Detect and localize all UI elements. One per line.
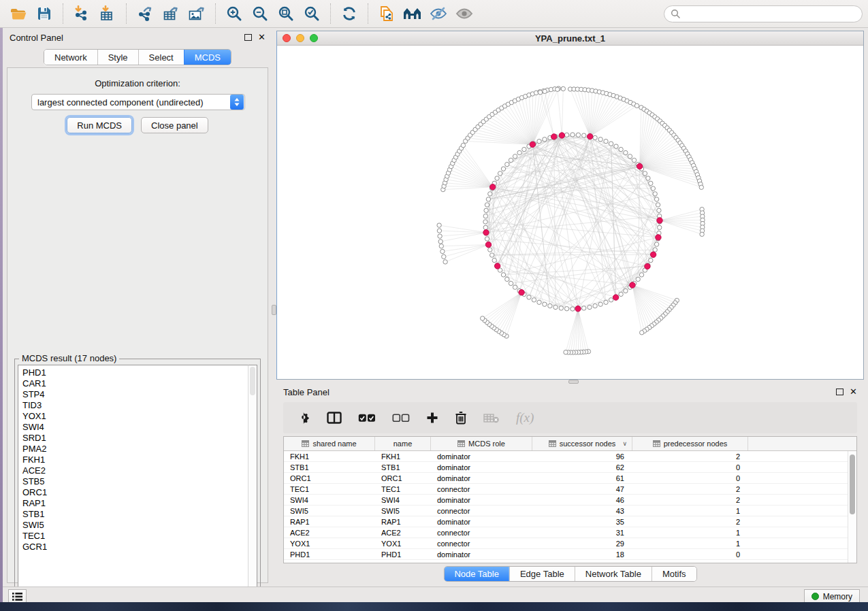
- network-node[interactable]: [509, 281, 513, 285]
- first-neighbors-button[interactable]: [400, 2, 425, 25]
- table-scrollbar[interactable]: [848, 451, 856, 563]
- mcds-result-item[interactable]: STB1: [22, 509, 248, 520]
- mcds-result-item[interactable]: RAP1: [22, 498, 248, 509]
- apply-layout-button[interactable]: [336, 2, 362, 25]
- tab-select[interactable]: Select: [138, 50, 184, 65]
- network-node[interactable]: [442, 254, 446, 259]
- network-node[interactable]: [495, 176, 499, 180]
- tab-mcds[interactable]: MCDS: [184, 50, 231, 65]
- mcds-hub-node[interactable]: [519, 290, 524, 295]
- mcds-result-item[interactable]: SRD1: [22, 433, 248, 444]
- mcds-result-item[interactable]: PMA2: [22, 444, 248, 455]
- search-input[interactable]: [684, 9, 856, 18]
- split-table-view-button[interactable]: [327, 408, 342, 428]
- function-builder-button[interactable]: f(x): [516, 408, 534, 428]
- network-node[interactable]: [543, 89, 547, 93]
- mcds-result-item[interactable]: PHD1: [22, 367, 248, 378]
- tab-network-table[interactable]: Network Table: [575, 567, 652, 581]
- network-node[interactable]: [649, 258, 653, 262]
- zoom-fit-button[interactable]: [273, 2, 299, 25]
- network-node[interactable]: [699, 185, 703, 189]
- network-node[interactable]: [559, 306, 563, 310]
- network-node[interactable]: [556, 87, 560, 91]
- run-mcds-button[interactable]: Run MCDS: [67, 117, 132, 133]
- network-node[interactable]: [443, 260, 447, 264]
- network-node[interactable]: [483, 214, 487, 218]
- vertical-splitter-handle[interactable]: [272, 305, 276, 315]
- network-node[interactable]: [481, 316, 485, 320]
- tab-motifs[interactable]: Motifs: [652, 567, 696, 581]
- select-all-button[interactable]: [358, 408, 376, 428]
- network-node[interactable]: [538, 90, 542, 95]
- network-node[interactable]: [553, 305, 558, 309]
- network-node[interactable]: [598, 137, 602, 142]
- network-node[interactable]: [498, 171, 502, 176]
- deselect-all-button[interactable]: [392, 408, 410, 428]
- network-node[interactable]: [653, 192, 657, 196]
- table-row[interactable]: ACE2ACE2connector311: [284, 527, 856, 538]
- network-node[interactable]: [513, 154, 517, 159]
- network-node[interactable]: [561, 86, 565, 90]
- network-node[interactable]: [501, 167, 505, 171]
- network-node[interactable]: [484, 208, 488, 212]
- network-node[interactable]: [537, 139, 541, 144]
- export-image-button[interactable]: [184, 2, 210, 25]
- network-node[interactable]: [543, 137, 547, 142]
- network-node[interactable]: [636, 277, 640, 281]
- network-from-selection-button[interactable]: [374, 2, 400, 25]
- mcds-hub-node[interactable]: [650, 252, 656, 257]
- network-node[interactable]: [658, 225, 662, 229]
- mcds-hub-node[interactable]: [559, 133, 564, 138]
- network-node[interactable]: [654, 242, 658, 246]
- network-node[interactable]: [488, 248, 492, 252]
- network-node[interactable]: [438, 240, 443, 244]
- network-canvas[interactable]: [277, 46, 863, 379]
- network-node[interactable]: [619, 292, 623, 296]
- network-node[interactable]: [634, 103, 639, 108]
- table-settings-button[interactable]: [297, 408, 310, 428]
- column-header-name[interactable]: name: [375, 437, 431, 450]
- search-box[interactable]: [664, 5, 863, 22]
- network-titlebar[interactable]: YPA_prune.txt_1: [277, 31, 863, 46]
- float-panel-icon[interactable]: [244, 34, 252, 41]
- network-node[interactable]: [513, 285, 517, 289]
- close-window-icon[interactable]: [283, 34, 291, 42]
- network-node[interactable]: [570, 307, 575, 311]
- network-node[interactable]: [619, 147, 623, 151]
- network-node[interactable]: [609, 298, 613, 302]
- network-node[interactable]: [639, 273, 643, 277]
- network-node[interactable]: [570, 133, 575, 137]
- column-header-MCDS-role[interactable]: MCDS role: [431, 437, 532, 450]
- network-node[interactable]: [527, 295, 531, 299]
- network-node[interactable]: [437, 223, 441, 227]
- close-panel-button[interactable]: Close panel: [141, 117, 208, 133]
- network-node[interactable]: [582, 306, 586, 310]
- column-header-predecessor-nodes[interactable]: predecessor nodes: [632, 437, 748, 450]
- mcds-hub-node[interactable]: [530, 142, 535, 147]
- network-node[interactable]: [624, 150, 628, 154]
- tab-edge-table[interactable]: Edge Table: [509, 567, 575, 581]
- network-node[interactable]: [651, 186, 655, 191]
- zoom-in-button[interactable]: [221, 2, 247, 25]
- mcds-list-scrollbar[interactable]: [248, 365, 257, 607]
- add-column-button[interactable]: [426, 408, 438, 428]
- network-node[interactable]: [483, 225, 487, 229]
- export-network-button[interactable]: [132, 2, 158, 25]
- mcds-hub-node[interactable]: [575, 306, 581, 312]
- mcds-result-item[interactable]: STB5: [22, 476, 248, 487]
- table-row[interactable]: TEC1TEC1connector472: [284, 484, 856, 495]
- network-node[interactable]: [564, 133, 568, 137]
- delete-column-button[interactable]: [455, 408, 467, 428]
- network-node[interactable]: [501, 273, 505, 277]
- hide-graphics-details-button[interactable]: [425, 2, 451, 25]
- network-node[interactable]: [439, 244, 443, 248]
- network-node[interactable]: [604, 300, 608, 304]
- table-row[interactable]: SWI4SWI4dominator462: [284, 495, 856, 506]
- network-node[interactable]: [614, 144, 618, 148]
- network-node[interactable]: [643, 171, 647, 176]
- network-node[interactable]: [438, 234, 442, 238]
- table-row[interactable]: ORC1ORC1dominator610: [284, 473, 856, 484]
- network-graph[interactable]: [277, 46, 863, 379]
- network-node[interactable]: [488, 192, 492, 196]
- network-node[interactable]: [490, 253, 494, 257]
